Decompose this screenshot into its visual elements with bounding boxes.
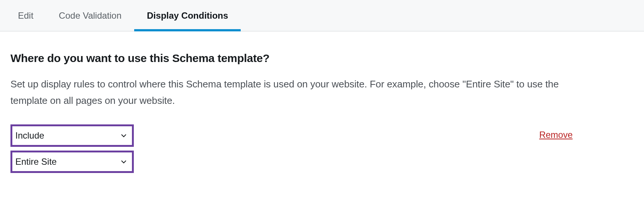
content-area: Where do you want to use this Schema tem… xyxy=(0,31,583,188)
tab-edit[interactable]: Edit xyxy=(11,0,46,31)
section-heading: Where do you want to use this Schema tem… xyxy=(10,52,573,65)
tab-label: Display Conditions xyxy=(147,10,228,21)
tab-code-validation[interactable]: Code Validation xyxy=(46,0,134,31)
include-select[interactable]: Include xyxy=(10,124,134,147)
include-select-value: Include xyxy=(15,130,44,141)
selects-group: Include Entire Site xyxy=(10,124,134,173)
tab-label: Code Validation xyxy=(59,10,121,21)
scope-select[interactable]: Entire Site xyxy=(10,151,134,173)
scope-select-value: Entire Site xyxy=(15,157,57,167)
tab-label: Edit xyxy=(18,10,33,21)
section-description: Set up display rules to control where th… xyxy=(10,76,573,109)
chevron-down-icon xyxy=(121,133,127,139)
chevron-down-icon xyxy=(121,159,127,165)
remove-link[interactable]: Remove xyxy=(539,130,573,140)
tab-display-conditions[interactable]: Display Conditions xyxy=(134,0,241,31)
tab-bar: Edit Code Validation Display Conditions xyxy=(0,0,644,31)
rule-row: Include Entire Site Remove xyxy=(10,124,573,173)
